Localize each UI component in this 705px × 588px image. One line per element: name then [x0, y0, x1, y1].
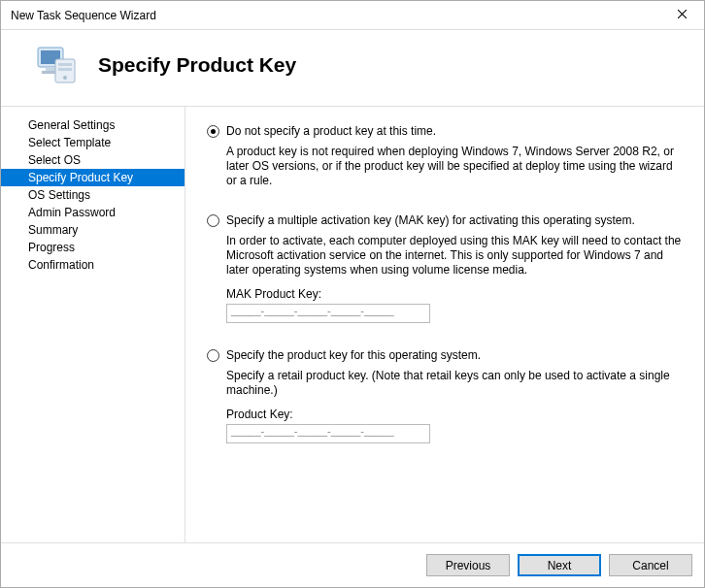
- radio-no-key[interactable]: [207, 124, 226, 138]
- sidebar-item-admin-password[interactable]: Admin Password: [1, 204, 185, 221]
- radio-icon: [207, 349, 219, 362]
- window-title: New Task Sequence Wizard: [11, 9, 660, 22]
- svg-rect-5: [58, 63, 72, 66]
- wizard-footer: Previous Next Cancel: [1, 542, 704, 587]
- option-no-key-desc: A product key is not required when deplo…: [226, 145, 683, 188]
- option-retail-key-desc: Specify a retail product key. (Note that…: [226, 369, 683, 398]
- sidebar-item-select-template[interactable]: Select Template: [1, 134, 185, 151]
- sidebar-item-os-settings[interactable]: OS Settings: [1, 186, 185, 204]
- key-placeholder: _____-_____-_____-_____-_____: [231, 425, 394, 442]
- wizard-header: Specify Product Key: [1, 30, 704, 106]
- sidebar-item-label: OS Settings: [28, 188, 90, 202]
- wizard-body: General Settings Select Template Select …: [1, 106, 704, 542]
- sidebar-item-label: Select OS: [28, 153, 81, 167]
- option-mak-key: Specify a multiple activation key (MAK k…: [207, 213, 683, 323]
- wizard-content: Do not specify a product key at this tim…: [185, 107, 704, 542]
- titlebar: New Task Sequence Wizard: [1, 1, 704, 30]
- retail-key-field-label: Product Key:: [226, 408, 683, 421]
- mak-key-field-label: MAK Product Key:: [226, 287, 683, 301]
- next-button[interactable]: Next: [518, 554, 601, 576]
- option-retail-key-label[interactable]: Specify the product key for this operati…: [226, 348, 481, 363]
- computer-icon: [32, 42, 79, 88]
- sidebar-item-label: Summary: [28, 223, 78, 237]
- sidebar-item-specify-product-key[interactable]: Specify Product Key: [1, 169, 185, 186]
- cancel-button[interactable]: Cancel: [609, 554, 692, 576]
- sidebar-item-select-os[interactable]: Select OS: [1, 151, 185, 169]
- sidebar-item-label: General Settings: [28, 118, 115, 132]
- sidebar-item-label: Select Template: [28, 136, 111, 149]
- sidebar-item-label: Admin Password: [28, 206, 116, 219]
- radio-icon: [207, 214, 219, 227]
- option-mak-key-label[interactable]: Specify a multiple activation key (MAK k…: [226, 213, 635, 228]
- option-mak-key-desc: In order to activate, each computer depl…: [226, 234, 683, 278]
- svg-point-7: [63, 76, 67, 80]
- sidebar-item-general-settings[interactable]: General Settings: [1, 116, 185, 134]
- mak-key-input[interactable]: _____-_____-_____-_____-_____: [226, 304, 430, 323]
- previous-button[interactable]: Previous: [426, 554, 510, 576]
- radio-retail-key[interactable]: [207, 348, 226, 362]
- sidebar-item-label: Confirmation: [28, 258, 94, 272]
- radio-icon: [207, 125, 219, 138]
- option-no-key-label[interactable]: Do not specify a product key at this tim…: [226, 124, 436, 139]
- key-placeholder: _____-_____-_____-_____-_____: [231, 305, 394, 322]
- close-button[interactable]: [660, 1, 704, 30]
- sidebar-item-label: Progress: [28, 241, 75, 254]
- option-retail-key: Specify the product key for this operati…: [207, 348, 683, 443]
- page-heading: Specify Product Key: [98, 53, 296, 77]
- wizard-window: New Task Sequence Wizard Specify Product…: [0, 0, 705, 588]
- svg-rect-6: [58, 68, 72, 71]
- radio-mak-key[interactable]: [207, 213, 226, 227]
- close-icon: [677, 9, 688, 22]
- wizard-steps-sidebar: General Settings Select Template Select …: [1, 107, 185, 542]
- retail-key-input[interactable]: _____-_____-_____-_____-_____: [226, 424, 430, 443]
- sidebar-item-summary[interactable]: Summary: [1, 221, 185, 239]
- svg-rect-2: [46, 67, 55, 71]
- sidebar-item-confirmation[interactable]: Confirmation: [1, 256, 185, 274]
- sidebar-item-label: Specify Product Key: [28, 171, 133, 184]
- option-no-key: Do not specify a product key at this tim…: [207, 124, 683, 188]
- sidebar-item-progress[interactable]: Progress: [1, 239, 185, 256]
